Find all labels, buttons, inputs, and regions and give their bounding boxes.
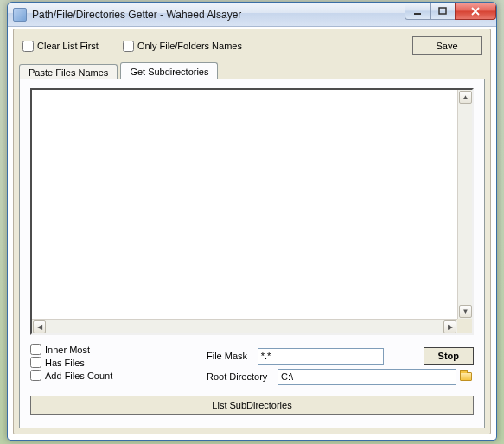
scroll-corner (457, 319, 472, 333)
root-directory-input[interactable] (278, 369, 456, 385)
add-files-count-input[interactable] (30, 370, 41, 381)
client-area: Clear List First Only File/Folders Names… (13, 29, 491, 434)
scroll-right-icon[interactable]: ▶ (443, 320, 456, 333)
clear-list-first-checkbox[interactable]: Clear List First (22, 41, 99, 52)
output-textarea[interactable]: ▲ ▼ ◀ ▶ (30, 88, 474, 335)
stop-button[interactable]: Stop (424, 347, 474, 365)
list-subdirectories-button[interactable]: List SubDirectories (30, 396, 474, 415)
scroll-up-icon[interactable]: ▲ (459, 91, 472, 104)
output-text-content[interactable] (32, 90, 457, 319)
root-directory-label: Root Directory (207, 371, 278, 382)
folder-icon (460, 372, 472, 381)
only-file-folders-label: Only File/Folders Names (137, 41, 242, 51)
maximize-button[interactable] (430, 3, 456, 20)
inner-most-checkbox[interactable]: Inner Most (30, 344, 203, 355)
clear-list-first-label: Clear List First (37, 41, 99, 51)
clear-list-first-input[interactable] (22, 41, 34, 52)
title-bar[interactable]: Path/File/Directories Getter - Waheed Al… (8, 3, 496, 27)
scroll-left-icon[interactable]: ◀ (33, 320, 46, 333)
tab-panel-get-subdirectories: ▲ ▼ ◀ ▶ Inner Most Has File (19, 79, 485, 428)
has-files-label: Has Files (45, 358, 85, 368)
app-window: Path/File/Directories Getter - Waheed Al… (7, 2, 497, 441)
has-files-input[interactable] (30, 357, 41, 368)
horizontal-scrollbar[interactable]: ◀ ▶ (32, 319, 457, 333)
add-files-count-label: Add Files Count (45, 371, 112, 381)
root-directory-row: Root Directory (207, 368, 474, 385)
inner-most-label: Inner Most (45, 345, 90, 355)
minimize-button[interactable] (405, 3, 431, 20)
svg-rect-1 (439, 8, 446, 14)
scroll-down-icon[interactable]: ▼ (459, 305, 472, 318)
file-mask-label: File Mask (207, 351, 258, 361)
file-mask-row: File Mask Stop (207, 347, 474, 365)
only-file-folders-input[interactable] (123, 41, 134, 52)
fields-group: File Mask Stop Root Directory (207, 347, 474, 389)
tab-strip: Paste Files Names Get Subdirectories (19, 62, 485, 79)
svg-rect-0 (414, 13, 421, 15)
inner-most-input[interactable] (30, 344, 41, 355)
browse-folder-button[interactable] (458, 370, 474, 384)
add-files-count-checkbox[interactable]: Add Files Count (30, 370, 203, 381)
window-controls (405, 3, 496, 20)
file-mask-input[interactable] (258, 348, 384, 365)
options-group: Inner Most Has Files Add Files Count (30, 344, 203, 383)
tab-get-subdirectories[interactable]: Get Subdirectories (120, 62, 218, 79)
vertical-scrollbar[interactable]: ▲ ▼ (457, 90, 472, 319)
top-options-row: Clear List First Only File/Folders Names… (22, 36, 482, 55)
close-button[interactable] (455, 3, 496, 20)
window-title: Path/File/Directories Getter - Waheed Al… (32, 9, 241, 21)
has-files-checkbox[interactable]: Has Files (30, 357, 203, 368)
save-button[interactable]: Save (412, 36, 482, 55)
app-icon (13, 8, 27, 22)
only-file-folders-checkbox[interactable]: Only File/Folders Names (123, 41, 242, 52)
